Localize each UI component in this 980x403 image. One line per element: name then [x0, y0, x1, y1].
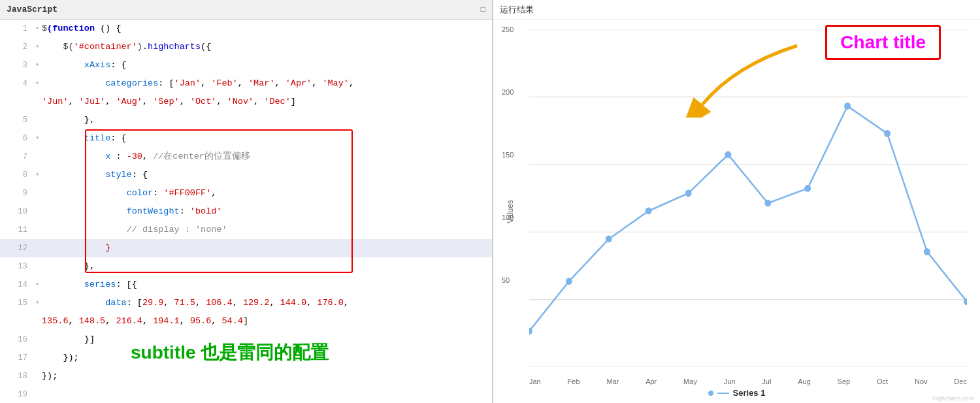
line-number: 18 [0, 367, 33, 385]
chart-title: Chart title [840, 32, 926, 52]
code-line: 11 // display : 'none' [0, 221, 492, 239]
data-point [566, 278, 572, 285]
chart-svg-wrapper: 250 200 150 100 50 Jan Feb Mar Apr May J… [529, 29, 967, 367]
line-content: $('#container').highcharts({ [42, 38, 492, 56]
fold-arrow[interactable]: ▾ [33, 20, 42, 38]
data-point [924, 248, 930, 255]
y-tick-200: 200 [502, 88, 514, 96]
code-line: 4 ▾ categories: ['Jan', 'Feb', 'Mar', 'A… [0, 74, 492, 93]
line-content: xAxis: { [42, 56, 492, 74]
line-number: 13 [0, 257, 33, 276]
line-number: 1 [0, 20, 33, 38]
line-content: series: [{ [42, 276, 492, 294]
fold-arrow[interactable]: ▾ [33, 129, 42, 148]
fold-arrow[interactable]: ▾ [33, 294, 42, 312]
y-tick-50: 50 [502, 276, 510, 284]
code-line: 18 }); [0, 367, 492, 385]
right-header: 运行结果 [493, 0, 980, 20]
code-line: 5 }, [0, 111, 492, 129]
legend-label: Series 1 [733, 388, 766, 398]
x-label-dec: Dec [954, 378, 967, 385]
line-number: 14 [0, 276, 33, 294]
data-point [685, 190, 692, 197]
code-line: 1 ▾ $(function () { [0, 20, 492, 38]
data-point [764, 200, 771, 207]
data-point [606, 236, 612, 243]
y-tick-150: 150 [502, 151, 514, 159]
x-label-nov: Nov [915, 378, 928, 385]
line-content: }, [42, 111, 492, 129]
x-label-mar: Mar [606, 378, 619, 385]
chart-svg [529, 29, 967, 367]
y-tick-250: 250 [502, 25, 514, 33]
line-number: 9 [0, 184, 33, 202]
line-content: }); [42, 367, 492, 385]
x-axis-labels: Jan Feb Mar Apr May Jun Jul Aug Sep Oct … [529, 378, 967, 385]
line-number: 12 [0, 239, 33, 257]
line-number: 8 [0, 166, 33, 184]
left-panel: JavaScript □ 1 ▾ $(function () { 2 ▾ $('… [0, 0, 493, 403]
line-number: 19 [0, 385, 33, 403]
line-number: 6 [0, 129, 33, 148]
line-content: style: { [42, 166, 492, 184]
line-content: $(function () { [42, 20, 492, 38]
x-label-apr: Apr [645, 378, 657, 385]
code-line: 8 ▾ style: { [0, 166, 492, 184]
fold-arrow[interactable]: ▾ [33, 74, 42, 93]
code-line: 15 ▾ data: [29.9, 71.5, 106.4, 129.2, 14… [0, 294, 492, 312]
line-number: 5 [0, 111, 33, 129]
fold-arrow[interactable]: ▾ [33, 38, 42, 56]
x-label-jan: Jan [529, 378, 541, 385]
code-line: 3 ▾ xAxis: { [0, 56, 492, 74]
code-line: 2 ▾ $('#container').highcharts({ [0, 38, 492, 56]
code-line: 10 fontWeight: 'bold' [0, 202, 492, 221]
code-line: 'Jun', 'Jul', 'Aug', 'Sep', 'Oct', 'Nov'… [0, 93, 492, 111]
panel-icon[interactable]: □ [481, 5, 485, 14]
chart-container: Chart title Values [493, 20, 980, 403]
right-header-title: 运行结果 [500, 4, 534, 16]
data-point [804, 185, 811, 192]
line-content: }, [42, 257, 492, 276]
data-point [645, 208, 652, 215]
x-label-jun: Jun [724, 378, 736, 385]
line-content: 135.6, 148.5, 216.4, 194.1, 95.6, 54.4] [42, 312, 492, 330]
line-content: // display : 'none' [42, 221, 492, 239]
subtitle-annotation: subtitle 也是雷同的配置 [131, 340, 329, 365]
x-label-aug: Aug [798, 378, 811, 385]
code-line: 7 x : -30, //在center的位置偏移 [0, 148, 492, 166]
line-number: 4 [0, 74, 33, 93]
chart-title-box: Chart title [825, 25, 941, 60]
line-number: 11 [0, 221, 33, 239]
data-point [844, 103, 851, 110]
y-tick-100: 100 [502, 214, 514, 221]
code-line: 13 }, [0, 257, 492, 276]
code-line: 9 color: '#FF00FF', [0, 184, 492, 202]
chart-legend: Series 1 [708, 388, 766, 398]
x-label-may: May [683, 378, 697, 385]
fold-arrow[interactable]: ▾ [33, 166, 42, 184]
right-panel: 运行结果 Chart title Values [493, 0, 980, 403]
x-label-jul: Jul [762, 378, 771, 385]
data-point [725, 151, 732, 158]
x-label-sep: Sep [838, 378, 851, 385]
code-line: 135.6, 148.5, 216.4, 194.1, 95.6, 54.4] [0, 312, 492, 330]
chart-line [529, 106, 967, 331]
panel-language-label: JavaScript [7, 5, 57, 14]
line-content: 'Jun', 'Jul', 'Aug', 'Sep', 'Oct', 'Nov'… [42, 93, 492, 111]
line-content: title: { [42, 129, 492, 148]
line-number: 17 [0, 349, 33, 367]
line-content: data: [29.9, 71.5, 106.4, 129.2, 144.0, … [42, 294, 492, 312]
highcharts-credit: Highcharts.com [932, 395, 973, 402]
code-line: 19 [0, 385, 492, 403]
fold-arrow[interactable]: ▾ [33, 56, 42, 74]
line-number: 15 [0, 294, 33, 312]
x-label-oct: Oct [877, 378, 888, 385]
line-number: 7 [0, 148, 33, 166]
fold-arrow[interactable]: ▾ [33, 276, 42, 294]
code-area[interactable]: 1 ▾ $(function () { 2 ▾ $('#container').… [0, 20, 492, 403]
line-content: x : -30, //在center的位置偏移 [42, 148, 492, 166]
data-point [884, 130, 890, 137]
legend-icon [708, 391, 713, 396]
code-line: 6 ▾ title: { [0, 129, 492, 148]
line-content: } [42, 239, 492, 257]
